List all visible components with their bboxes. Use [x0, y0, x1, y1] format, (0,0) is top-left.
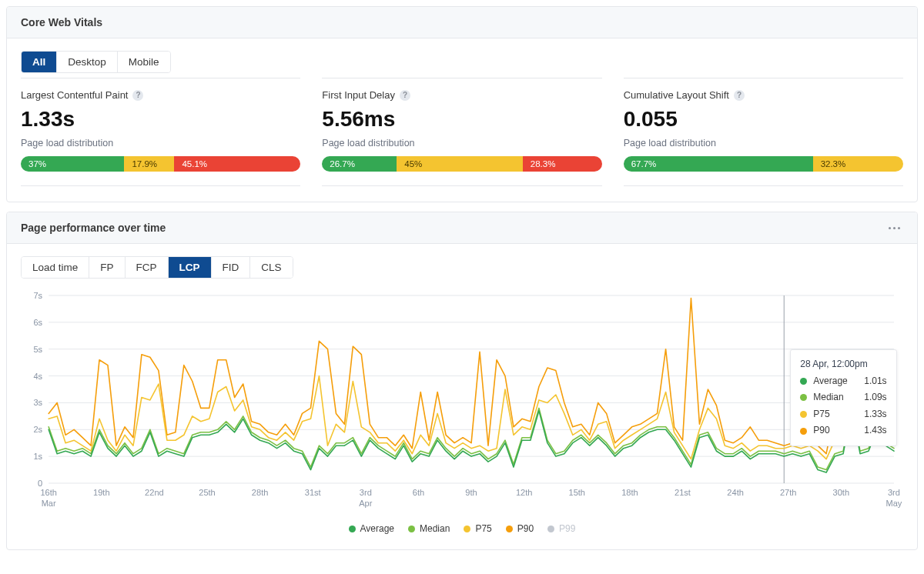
- metric-tab-fid[interactable]: FID: [211, 257, 250, 278]
- svg-text:Mar: Mar: [42, 499, 56, 508]
- svg-text:May: May: [886, 499, 902, 508]
- metric-title: Cumulative Layout Shift?: [624, 89, 903, 101]
- metric-value: 1.33s: [21, 108, 300, 130]
- distribution-segment-red: 28.3%: [523, 156, 602, 172]
- legend-item[interactable]: P75: [464, 523, 491, 534]
- svg-text:6th: 6th: [413, 488, 424, 497]
- svg-text:3s: 3s: [33, 398, 42, 407]
- svg-text:4s: 4s: [33, 372, 42, 381]
- help-icon[interactable]: ?: [734, 90, 745, 101]
- distribution-label: Page load distribution: [21, 138, 300, 149]
- help-icon[interactable]: ?: [132, 90, 143, 101]
- help-icon[interactable]: ?: [400, 90, 410, 101]
- device-tab-all[interactable]: All: [22, 52, 56, 72]
- svg-text:9th: 9th: [465, 488, 477, 497]
- distribution-label: Page load distribution: [624, 138, 903, 149]
- legend-swatch: [506, 526, 513, 532]
- legend-swatch: [547, 526, 554, 532]
- panel-header: Core Web Vitals: [7, 7, 917, 38]
- distribution-segment-yellow: 32.3%: [813, 156, 903, 172]
- svg-text:2s: 2s: [33, 425, 42, 434]
- metric-tab-lcp[interactable]: LCP: [168, 257, 211, 278]
- legend-swatch: [349, 526, 356, 532]
- svg-text:6s: 6s: [33, 318, 42, 327]
- svg-text:15th: 15th: [569, 488, 586, 497]
- distribution-segment-yellow: 17.9%: [124, 156, 174, 172]
- svg-text:5s: 5s: [33, 345, 42, 354]
- metrics-row: Largest Contentful Paint?1.33sPage load …: [21, 78, 903, 186]
- device-tab-desktop[interactable]: Desktop: [56, 52, 117, 72]
- svg-text:3rd: 3rd: [888, 488, 900, 497]
- distribution-segment-green: 67.7%: [624, 156, 813, 172]
- legend-item[interactable]: P90: [506, 523, 534, 534]
- svg-text:16th: 16th: [40, 488, 57, 497]
- svg-text:22nd: 22nd: [145, 488, 164, 497]
- panel-body: AllDesktopMobile Largest Contentful Pain…: [7, 38, 917, 202]
- metric-title: Largest Contentful Paint?: [21, 89, 300, 101]
- panel-body: Load timeFPFCPLCPFIDCLS 01s2s3s4s5s6s7s1…: [7, 244, 917, 549]
- svg-text:19th: 19th: [93, 488, 110, 497]
- metric-value: 5.56ms: [322, 108, 601, 130]
- svg-text:30th: 30th: [833, 488, 850, 497]
- panel-title: Core Web Vitals: [21, 16, 102, 28]
- legend-item[interactable]: Average: [349, 523, 394, 534]
- legend-swatch: [464, 526, 470, 532]
- svg-text:0: 0: [38, 479, 42, 488]
- svg-text:25th: 25th: [199, 488, 216, 497]
- svg-text:Apr: Apr: [359, 499, 373, 508]
- line-chart[interactable]: 01s2s3s4s5s6s7s16thMar19th22nd25th28th31…: [21, 289, 903, 520]
- core-web-vitals-panel: Core Web Vitals AllDesktopMobile Largest…: [6, 6, 918, 202]
- svg-text:18th: 18th: [621, 488, 638, 497]
- metric-tab-fcp[interactable]: FCP: [125, 257, 168, 278]
- metric-tab-load-time[interactable]: Load time: [22, 257, 89, 278]
- distribution-segment-green: 37%: [21, 156, 124, 172]
- metric-card: Largest Contentful Paint?1.33sPage load …: [21, 78, 300, 186]
- chart-container: 01s2s3s4s5s6s7s16thMar19th22nd25th28th31…: [21, 289, 903, 520]
- svg-text:28th: 28th: [252, 488, 269, 497]
- device-tabs: AllDesktopMobile: [21, 51, 171, 73]
- metric-tab-fp[interactable]: FP: [89, 257, 124, 278]
- svg-text:31st: 31st: [305, 488, 321, 497]
- distribution-label: Page load distribution: [322, 138, 601, 149]
- chart-tooltip: 28 Apr, 12:00pmAverage1.01sMedian1.09sP7…: [790, 349, 896, 446]
- svg-text:1s: 1s: [33, 452, 42, 461]
- metric-tabs: Load timeFPFCPLCPFIDCLS: [21, 256, 293, 279]
- svg-text:27th: 27th: [780, 488, 797, 497]
- metric-title: First Input Delay?: [322, 89, 601, 101]
- legend-item[interactable]: Median: [408, 523, 450, 534]
- distribution-segment-yellow: 45%: [397, 156, 522, 172]
- panel-header: Page performance over time: [7, 212, 917, 244]
- legend-item[interactable]: P99: [547, 523, 575, 534]
- svg-text:3rd: 3rd: [360, 488, 372, 497]
- metric-tab-cls[interactable]: CLS: [249, 257, 292, 278]
- svg-text:7s: 7s: [33, 291, 42, 300]
- distribution-bar: 26.7%45%28.3%: [322, 156, 601, 172]
- page-performance-panel: Page performance over time Load timeFPFC…: [6, 212, 918, 550]
- svg-text:24th: 24th: [727, 488, 744, 497]
- chart-legend: AverageMedianP75P90P99: [21, 523, 903, 534]
- metric-card: Cumulative Layout Shift?0.055Page load d…: [624, 78, 903, 186]
- distribution-segment-red: 45.1%: [174, 156, 300, 172]
- metric-value: 0.055: [624, 108, 903, 130]
- distribution-segment-green: 26.7%: [322, 156, 397, 172]
- device-tab-mobile[interactable]: Mobile: [117, 52, 170, 72]
- legend-swatch: [408, 526, 415, 532]
- distribution-bar: 67.7%32.3%: [624, 156, 903, 172]
- svg-text:12th: 12th: [516, 488, 533, 497]
- svg-text:21st: 21st: [675, 488, 691, 497]
- panel-title: Page performance over time: [21, 222, 166, 234]
- distribution-bar: 37%17.9%45.1%: [21, 156, 300, 172]
- metric-card: First Input Delay?5.56msPage load distri…: [322, 78, 601, 186]
- more-icon[interactable]: [886, 224, 903, 232]
